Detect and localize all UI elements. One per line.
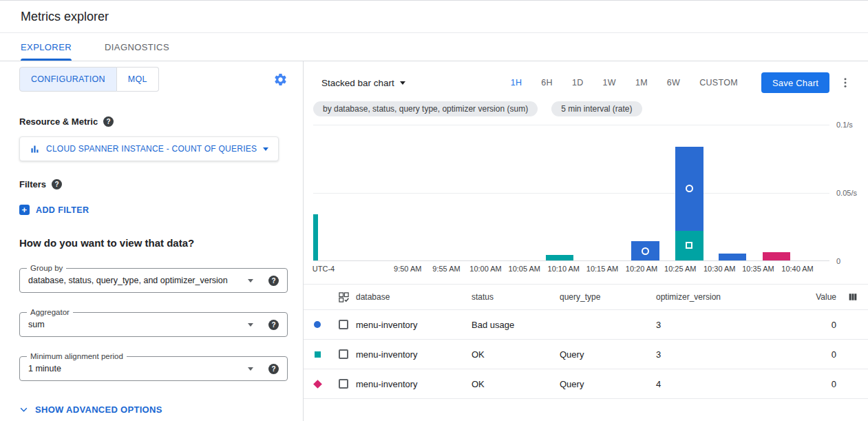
- tab-bar: EXPLORER DIAGNOSTICS: [0, 33, 868, 61]
- content: CONFIGURATION MQL Resource & Metric ? CL…: [0, 61, 868, 421]
- aggregator-value: sum: [28, 320, 242, 329]
- group-by-label: Group by: [27, 263, 66, 273]
- metric-selector-value: CLOUD SPANNER INSTANCE - COUNT OF QUERIE…: [46, 144, 257, 154]
- help-icon[interactable]: ?: [268, 364, 279, 374]
- x-axis-label: 9:50 AM: [394, 265, 421, 273]
- x-axis: UTC-49:50 AM9:55 AM10:00 AM10:05 AM10:10…: [313, 265, 829, 276]
- chart-bar[interactable]: [675, 125, 703, 260]
- add-filter-label: ADD FILTER: [36, 205, 89, 215]
- column-picker-icon[interactable]: [836, 291, 868, 302]
- view-data-question: How do you want to view that data?: [19, 237, 288, 249]
- chevron-down-icon: [248, 367, 253, 371]
- cell-status: OK: [472, 349, 560, 360]
- time-range-1m[interactable]: 1M: [628, 74, 655, 92]
- aggregator-select[interactable]: Aggregator sum ?: [19, 312, 288, 337]
- chart-bar-segment[interactable]: [631, 241, 659, 260]
- app-header: Metrics explorer: [0, 1, 868, 33]
- interval-chip: 5 min interval (rate): [551, 101, 642, 116]
- series-checkbox[interactable]: [339, 320, 348, 329]
- page-title: Metrics explorer: [21, 10, 109, 24]
- metrics-explorer-page: Metrics explorer EXPLORER DIAGNOSTICS CO…: [0, 0, 868, 421]
- series-checkbox[interactable]: [339, 349, 348, 359]
- x-axis-label: 10:25 AM: [664, 265, 696, 273]
- legend-row: menu-inventory Bad usage 3 0: [304, 310, 868, 340]
- min-alignment-select[interactable]: Minimum alignment period 1 minute ?: [19, 356, 288, 381]
- chevron-down-icon: [263, 147, 268, 151]
- chart-bar-segment[interactable]: [675, 231, 703, 260]
- tab-explorer[interactable]: EXPLORER: [21, 33, 72, 61]
- x-axis-label: 9:55 AM: [432, 265, 460, 273]
- series-checkbox[interactable]: [339, 379, 348, 389]
- chevron-down-icon: [248, 279, 253, 283]
- tab-diagnostics[interactable]: DIAGNOSTICS: [105, 33, 169, 61]
- grouping-chip: by database, status, query type, optimiz…: [313, 101, 538, 116]
- settings-gear-icon[interactable]: [273, 72, 288, 87]
- x-axis-label: 10:35 AM: [742, 265, 774, 273]
- column-header-status: status: [472, 292, 560, 302]
- square-marker-icon: [686, 242, 692, 249]
- cell-database: menu-inventory: [356, 320, 472, 330]
- aggregator-label: Aggregator: [27, 307, 73, 317]
- series-marker-icon: [314, 321, 321, 328]
- legend-row: menu-inventory OK Query 4 0: [304, 369, 868, 399]
- chart-area: 0.1/s0.05/s0: [313, 125, 868, 261]
- chart-bar[interactable]: [631, 125, 659, 260]
- column-header-database: database: [356, 292, 472, 302]
- x-axis-label: UTC-4: [313, 265, 335, 273]
- add-filter-button[interactable]: + ADD FILTER: [19, 205, 89, 215]
- chart-toolbar: Stacked bar chart 1H 6H 1D 1W 1M 6W CUST…: [304, 61, 868, 94]
- time-range-6h[interactable]: 6H: [534, 74, 560, 92]
- help-icon[interactable]: ?: [268, 320, 279, 330]
- chart-bar[interactable]: [763, 125, 791, 260]
- chart-bar[interactable]: [719, 125, 747, 260]
- kebab-menu-icon[interactable]: [836, 74, 854, 92]
- mode-toggle: CONFIGURATION MQL: [19, 67, 159, 92]
- resource-metric-label: Resource & Metric: [19, 116, 98, 127]
- y-axis-label: 0: [836, 257, 840, 265]
- time-range-1w[interactable]: 1W: [596, 74, 623, 92]
- chart-bar-segment[interactable]: [763, 252, 791, 260]
- add-box-icon: +: [19, 205, 30, 215]
- x-axis-label: 10:10 AM: [548, 265, 580, 273]
- mql-mode-button[interactable]: MQL: [117, 67, 159, 92]
- select-all-icon[interactable]: [331, 292, 356, 302]
- chips-row: by database, status, query type, optimiz…: [304, 101, 868, 116]
- column-header-optimizer-version: optimizer_version: [656, 292, 788, 302]
- chart-plot: [313, 125, 829, 261]
- cell-query-type: Query: [560, 349, 656, 360]
- chart-bar-segment[interactable]: [546, 255, 574, 260]
- show-advanced-options-label: SHOW ADVANCED OPTIONS: [35, 404, 162, 415]
- time-range-6w[interactable]: 6W: [660, 74, 687, 92]
- chart-bar-segment[interactable]: [675, 147, 703, 231]
- time-range-1h[interactable]: 1H: [504, 74, 529, 92]
- group-by-value: database, status, query_type, and optimi…: [28, 276, 242, 285]
- bar-chart-icon: [30, 144, 40, 154]
- x-axis-label: 10:15 AM: [586, 265, 618, 273]
- metric-selector-dropdown[interactable]: CLOUD SPANNER INSTANCE - COUNT OF QUERIE…: [19, 136, 279, 161]
- filters-row: Filters ?: [19, 179, 288, 189]
- help-icon[interactable]: ?: [103, 116, 114, 127]
- x-axis-label: 10:30 AM: [703, 265, 735, 273]
- cell-optimizer-version: 3: [656, 320, 788, 330]
- chart-type-dropdown[interactable]: Stacked bar chart: [321, 78, 405, 88]
- chart-panel: Stacked bar chart 1H 6H 1D 1W 1M 6W CUST…: [304, 61, 868, 421]
- time-range-custom[interactable]: CUSTOM: [692, 74, 745, 92]
- y-axis-label: 0.1/s: [836, 121, 853, 129]
- group-by-select[interactable]: Group by database, status, query_type, a…: [19, 268, 288, 293]
- chart-bar[interactable]: [546, 125, 574, 260]
- show-advanced-options-button[interactable]: SHOW ADVANCED OPTIONS: [19, 404, 162, 415]
- x-axis-label: 10:00 AM: [469, 265, 501, 273]
- cell-optimizer-version: 3: [656, 349, 788, 360]
- help-icon[interactable]: ?: [268, 276, 279, 286]
- legend-header: database status query_type optimizer_ver…: [304, 284, 868, 310]
- configuration-mode-button[interactable]: CONFIGURATION: [19, 67, 117, 92]
- x-axis-label: 10:40 AM: [781, 265, 813, 273]
- chart-bar-segment[interactable]: [719, 254, 747, 260]
- cell-value: 0: [788, 379, 836, 389]
- chart-bar-segment[interactable]: [313, 214, 318, 260]
- chart-bar[interactable]: [313, 125, 318, 260]
- help-icon[interactable]: ?: [52, 179, 62, 189]
- save-chart-button[interactable]: Save Chart: [761, 72, 829, 93]
- circle-marker-icon: [686, 185, 693, 192]
- time-range-1d[interactable]: 1D: [565, 74, 591, 92]
